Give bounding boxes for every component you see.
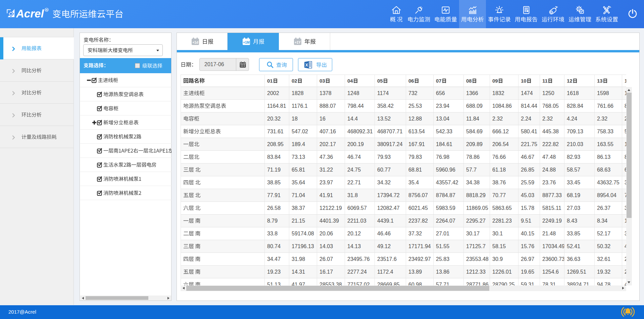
svg-text:R: R — [46, 8, 48, 11]
svg-text:X: X — [305, 63, 308, 67]
svg-text:+1Y: +1Y — [294, 41, 300, 44]
svg-text:+1d: +1d — [192, 41, 198, 44]
svg-text:+1M: +1M — [243, 41, 250, 44]
